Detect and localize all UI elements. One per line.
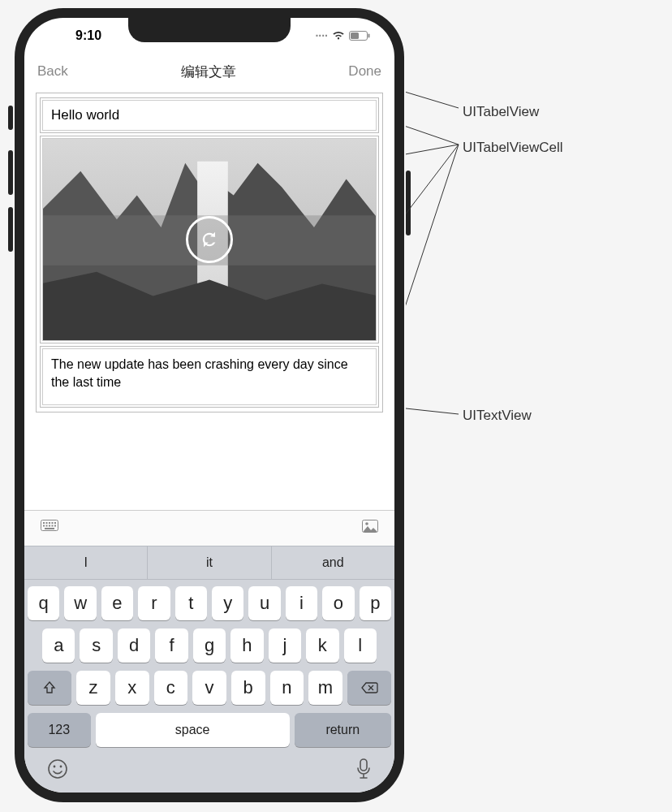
volume-up — [8, 150, 13, 195]
table-cell-title[interactable]: Hello world — [40, 97, 379, 133]
key-t[interactable]: t — [175, 586, 207, 620]
svg-line-24 — [406, 85, 459, 108]
svg-point-19 — [365, 522, 368, 525]
key-w[interactable]: w — [64, 586, 96, 620]
key-h[interactable]: h — [230, 628, 263, 663]
key-y[interactable]: y — [212, 586, 243, 620]
key-e[interactable]: e — [101, 586, 133, 620]
key-m[interactable]: m — [308, 671, 342, 705]
key-p[interactable]: p — [360, 586, 391, 620]
key-v[interactable]: v — [192, 671, 226, 705]
key-k[interactable]: k — [306, 628, 338, 663]
power-button — [406, 171, 411, 235]
suggestion-2[interactable]: it — [148, 546, 271, 579]
svg-point-22 — [60, 766, 62, 768]
key-i[interactable]: i — [286, 586, 317, 620]
table-cell-body[interactable]: The new update has been crashing every d… — [40, 346, 379, 408]
svg-rect-15 — [52, 525, 54, 527]
silent-switch — [8, 106, 13, 130]
key-j[interactable]: j — [269, 628, 301, 663]
svg-rect-9 — [49, 522, 50, 524]
volume-down — [8, 207, 13, 252]
keyboard-bottom — [24, 754, 394, 793]
refresh-icon[interactable] — [186, 216, 233, 263]
key-n[interactable]: n — [270, 671, 304, 705]
svg-rect-8 — [46, 522, 48, 524]
annotation-cell: UITabelViewCell — [463, 140, 562, 156]
svg-rect-23 — [360, 759, 367, 771]
image-picker-icon[interactable] — [362, 520, 378, 537]
key-l[interactable]: l — [344, 628, 377, 663]
battery-icon — [349, 31, 370, 41]
key-shift[interactable] — [28, 671, 71, 705]
key-c[interactable]: c — [154, 671, 188, 705]
key-b[interactable]: b — [231, 671, 265, 705]
key-u[interactable]: u — [248, 586, 280, 620]
svg-rect-13 — [46, 525, 48, 527]
title-textview[interactable]: Hello world — [42, 100, 377, 131]
keyboard: I it and q w e r t y u i o p — [24, 510, 394, 793]
phone-frame: 9:10 ···· Back 编辑文章 Done Hello world — [15, 8, 404, 802]
key-z[interactable]: z — [76, 671, 110, 705]
svg-point-20 — [49, 760, 67, 778]
svg-line-28 — [406, 145, 459, 374]
table-view[interactable]: Hello world — [36, 93, 383, 412]
svg-line-26 — [406, 145, 459, 158]
nav-title: 编辑文章 — [181, 63, 236, 81]
svg-rect-14 — [49, 525, 50, 527]
annotations: UITabelView UITabelViewCell UITextView — [406, 0, 666, 812]
key-numbers[interactable]: 123 — [28, 713, 91, 747]
svg-rect-7 — [43, 522, 45, 524]
emoji-icon[interactable] — [47, 758, 68, 784]
svg-rect-12 — [43, 525, 45, 527]
body-textview[interactable]: The new update has been crashing every d… — [42, 348, 377, 405]
status-icons: ···· — [315, 29, 370, 42]
key-g[interactable]: g — [193, 628, 226, 663]
annotation-tableview: UITabelView — [463, 104, 539, 120]
svg-rect-1 — [351, 32, 359, 39]
svg-rect-10 — [52, 522, 54, 524]
nav-bar: Back 编辑文章 Done — [24, 54, 394, 89]
keyboard-toggle-icon[interactable] — [41, 520, 58, 537]
done-button[interactable]: Done — [348, 63, 381, 80]
svg-line-27 — [406, 145, 459, 244]
keyboard-keys: q w e r t y u i o p a s d — [24, 580, 394, 754]
suggestion-3[interactable]: and — [272, 546, 394, 579]
wifi-icon — [332, 31, 345, 41]
svg-rect-16 — [54, 525, 56, 527]
key-s[interactable]: s — [80, 628, 112, 663]
key-return[interactable]: return — [295, 713, 391, 747]
back-button[interactable]: Back — [37, 63, 68, 80]
key-a[interactable]: a — [42, 628, 75, 663]
table-cell-image[interactable] — [40, 136, 379, 343]
key-q[interactable]: q — [28, 586, 59, 620]
svg-point-21 — [54, 766, 56, 768]
key-d[interactable]: d — [118, 628, 150, 663]
suggestion-1[interactable]: I — [24, 546, 148, 579]
phone-screen: 9:10 ···· Back 编辑文章 Done Hello world — [24, 18, 394, 793]
key-f[interactable]: f — [155, 628, 187, 663]
status-time: 9:10 — [75, 28, 101, 43]
svg-line-29 — [406, 406, 459, 414]
svg-line-25 — [406, 119, 459, 145]
suggestion-bar: I it and — [24, 546, 394, 580]
microphone-icon[interactable] — [355, 758, 372, 784]
image-container[interactable] — [42, 138, 377, 341]
svg-rect-11 — [54, 522, 56, 524]
key-x[interactable]: x — [115, 671, 149, 705]
key-o[interactable]: o — [322, 586, 354, 620]
annotation-lines — [406, 0, 666, 812]
keyboard-toolbar — [24, 510, 394, 546]
key-r[interactable]: r — [138, 586, 170, 620]
notch — [128, 18, 291, 42]
svg-rect-2 — [368, 34, 370, 38]
annotation-textview: UITextView — [463, 408, 532, 424]
status-dots: ···· — [315, 29, 328, 42]
key-backspace[interactable] — [347, 671, 391, 705]
svg-rect-17 — [45, 528, 54, 529]
key-space[interactable]: space — [96, 713, 290, 747]
